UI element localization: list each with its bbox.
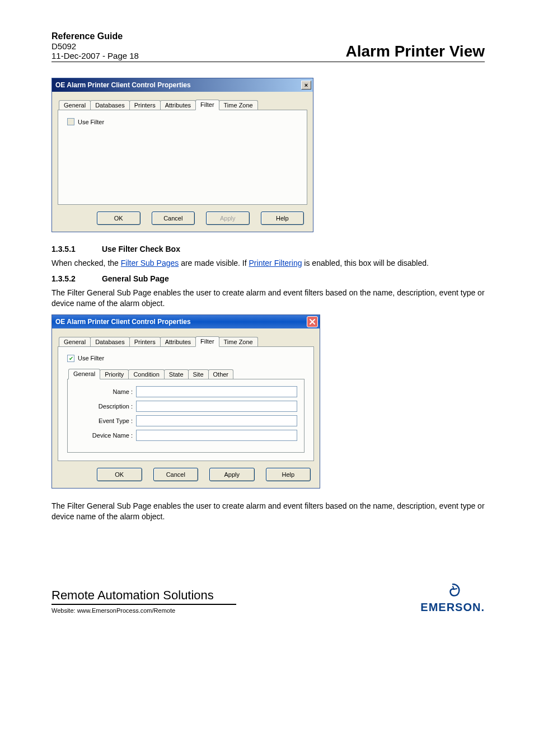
use-filter-label: Use Filter — [78, 119, 104, 125]
footer-rule — [51, 604, 236, 605]
emerson-brand-text: EMERSON. — [420, 601, 485, 614]
tab-general[interactable]: General — [59, 100, 91, 110]
close-icon[interactable]: × — [301, 81, 311, 90]
name-field[interactable] — [136, 386, 297, 397]
filter-panel: ✔ Use Filter General Priority Condition … — [58, 346, 314, 461]
dialog-properties-2: OE Alarm Printer Client Control Properti… — [51, 314, 320, 489]
general-sub-panel: Name : Description : Event Type : D — [67, 379, 305, 453]
tab-strip: General Databases Printers Attributes Fi… — [59, 97, 307, 110]
ref-guide-label: Reference Guide — [51, 31, 139, 41]
use-filter-checkbox[interactable] — [67, 118, 74, 125]
titlebar: OE Alarm Printer Client Control Properti… — [52, 78, 313, 92]
ok-button[interactable]: OK — [97, 212, 140, 225]
event-type-label: Event Type : — [74, 417, 136, 424]
subtab-other[interactable]: Other — [208, 369, 234, 379]
description-label: Description : — [74, 403, 136, 410]
use-filter-checkbox[interactable]: ✔ — [67, 355, 74, 362]
link-filter-sub-pages[interactable]: Filter Sub Pages — [121, 259, 179, 267]
date-page: 11-Dec-2007 - Page 18 — [51, 51, 139, 60]
text: is enabled, this box will be disabled. — [302, 259, 428, 267]
cancel-button[interactable]: Cancel — [152, 212, 195, 225]
section-heading-1: 1.3.5.1 Use Filter Check Box — [51, 245, 485, 253]
filter-panel: Use Filter — [58, 110, 307, 205]
tab-strip: General Databases Printers Attributes Fi… — [59, 334, 314, 346]
tab-filter[interactable]: Filter — [195, 100, 219, 110]
text: When checked, the — [51, 259, 121, 267]
tab-databases[interactable]: Databases — [90, 337, 130, 346]
subtab-state[interactable]: State — [164, 369, 189, 379]
titlebar: OE Alarm Printer Client Control Properti… — [52, 315, 320, 328]
tab-printers[interactable]: Printers — [129, 337, 161, 346]
section-number: 1.3.5.2 — [51, 274, 100, 283]
ras-title: Remote Automation Solutions — [51, 588, 236, 603]
section1-body: When checked, the Filter Sub Pages are m… — [51, 258, 485, 269]
description-field[interactable] — [136, 401, 297, 412]
emerson-swirl-icon — [442, 583, 464, 601]
section2-body: The Filter General Sub Page enables the … — [51, 288, 485, 309]
text: are made visible. If — [179, 259, 249, 267]
section-number: 1.3.5.1 — [51, 245, 100, 253]
link-printer-filtering[interactable]: Printer Filtering — [249, 259, 302, 267]
close-icon[interactable] — [307, 316, 318, 327]
use-filter-label: Use Filter — [78, 355, 104, 361]
dialog-title: OE Alarm Printer Client Control Properti… — [55, 81, 191, 89]
tab-databases[interactable]: Databases — [90, 100, 130, 110]
section-heading-2: 1.3.5.2 General Sub Page — [51, 274, 485, 283]
tab-timezone[interactable]: Time Zone — [219, 100, 258, 110]
name-label: Name : — [74, 388, 136, 395]
tab-printers[interactable]: Printers — [129, 100, 161, 110]
tab-timezone[interactable]: Time Zone — [219, 337, 258, 346]
section-title: General Sub Page — [102, 274, 169, 283]
apply-button[interactable]: Apply — [206, 212, 250, 225]
tab-attributes[interactable]: Attributes — [160, 100, 196, 110]
tab-attributes[interactable]: Attributes — [160, 337, 196, 346]
subtab-general[interactable]: General — [68, 369, 100, 379]
subtab-site[interactable]: Site — [188, 369, 209, 379]
help-button[interactable]: Help — [261, 212, 305, 225]
subtab-priority[interactable]: Priority — [100, 369, 129, 379]
subtab-strip: General Priority Condition State Site Ot… — [68, 367, 305, 379]
website-line: Website: www.EmersonProcess.com/Remote — [51, 607, 236, 614]
dialog-title: OE Alarm Printer Client Control Properti… — [55, 318, 191, 326]
apply-button[interactable]: Apply — [209, 468, 255, 481]
ok-button[interactable]: OK — [97, 468, 142, 481]
tab-general[interactable]: General — [59, 337, 91, 346]
section-title: Use Filter Check Box — [102, 245, 180, 253]
page-title: Alarm Printer View — [346, 43, 485, 60]
cancel-button[interactable]: Cancel — [153, 468, 199, 481]
device-name-field[interactable] — [136, 430, 297, 441]
page-footer: Remote Automation Solutions Website: www… — [51, 583, 485, 614]
subtab-condition[interactable]: Condition — [128, 369, 164, 379]
event-type-field[interactable] — [136, 415, 297, 426]
device-name-label: Device Name : — [74, 432, 136, 439]
page-header: Reference Guide D5092 11-Dec-2007 - Page… — [51, 31, 485, 62]
emerson-logo: EMERSON. — [420, 583, 485, 614]
trailing-paragraph: The Filter General Sub Page enables the … — [51, 501, 485, 522]
tab-filter[interactable]: Filter — [195, 336, 219, 347]
doc-id: D5092 — [51, 41, 139, 51]
dialog-properties-1: OE Alarm Printer Client Control Properti… — [51, 78, 313, 232]
help-button[interactable]: Help — [266, 468, 311, 481]
